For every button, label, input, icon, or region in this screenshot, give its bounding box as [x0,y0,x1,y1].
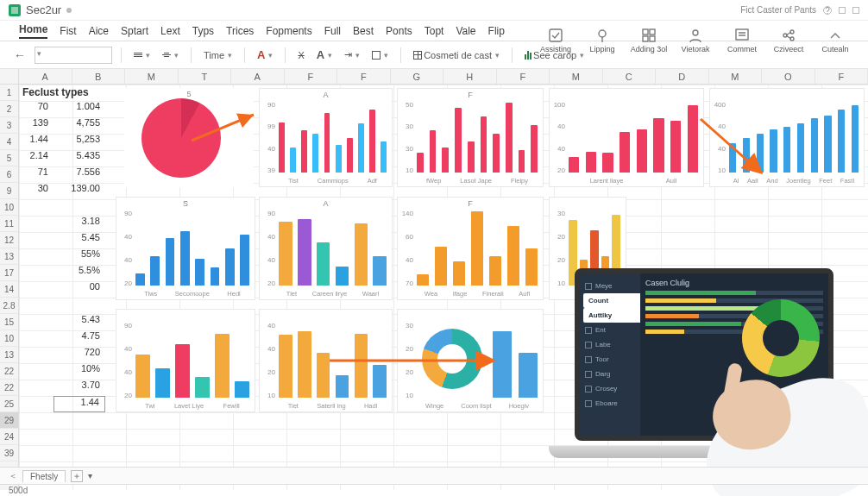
col-M3[interactable]: M [709,69,763,84]
row-2[interactable]: 2 [0,101,18,117]
col-B[interactable]: B [72,69,126,84]
row-5[interactable]: 5 [0,150,18,166]
chart-row3a[interactable]: 90404020 TwiLavet LiyeFewill [116,309,255,412]
align-group[interactable] [130,49,154,61]
cell[interactable]: 5.45 [53,232,105,248]
cell[interactable]: 4.75 [53,330,105,347]
cmd-adding[interactable]: Adding 3ol [630,28,668,53]
row-6[interactable]: 6 [0,166,18,183]
chart-bar-o[interactable]: 400404010 AlAallAndJoentlegFeetFastl [709,88,865,187]
sheet-tab[interactable]: Fhetsly [22,470,66,482]
cell[interactable]: 00 [53,281,105,298]
cmd-vietorak[interactable]: Vietorak [676,28,714,53]
cell[interactable]: 139 [19,117,53,134]
row-13b[interactable]: 13 [0,347,18,363]
dash-menu-item[interactable]: Labe [580,337,640,352]
col-G[interactable]: G [391,69,444,84]
row-39[interactable]: 39 [0,445,18,461]
cell[interactable]: 5.5% [53,265,105,281]
help-icon[interactable]: ? [823,6,832,15]
cmd-lipping[interactable]: Lipping [583,28,621,53]
cosmeti-button[interactable]: Cosmeti de cast [410,48,503,62]
row-9[interactable]: 9 [0,183,18,199]
border[interactable] [368,49,392,61]
row-17[interactable]: 17 [0,265,18,281]
tab-home[interactable]: Home [19,23,47,39]
chart-pie1[interactable]: 5 [124,88,254,187]
dash-menu-item[interactable]: Ent [580,323,640,337]
col-M2[interactable]: M [550,69,603,84]
dash-menu-item[interactable]: Eboare [580,396,640,411]
tab-best[interactable]: Best [353,25,374,37]
col-A2[interactable]: A [231,69,285,84]
row-12[interactable]: 12 [0,232,18,248]
cell[interactable]: 5.43 [53,314,105,330]
row-15[interactable]: 15 [0,314,18,330]
chart-bar-orange[interactable]: F 140604070 WeaIfageFineraliAufl [397,197,544,300]
dash-menu-item[interactable]: Meye [580,279,640,293]
cmd-cutealn[interactable]: Cutealn [816,28,854,53]
col-O[interactable]: O [762,69,815,84]
tab-topt[interactable]: Topt [425,25,444,37]
row-22b[interactable]: 22 [0,380,18,396]
cell[interactable]: 10% [53,363,105,380]
back-button[interactable]: ← [10,47,29,64]
dash-menu-auth[interactable]: Auttlky [583,308,640,323]
cell[interactable]: 2.14 [19,150,53,166]
row-3[interactable]: 3 [0,117,18,134]
cell[interactable]: 55% [53,248,105,265]
cell[interactable]: 1.44 [19,134,53,150]
cell[interactable]: 1.44 [53,396,105,412]
col-M[interactable]: M [125,69,179,84]
sheet-menu-icon[interactable]: ▾ [88,471,92,480]
tab-typs[interactable]: Typs [192,25,214,37]
tab-lext[interactable]: Lext [160,25,180,37]
cell[interactable]: 3.18 [53,216,105,232]
dash-menu-item[interactable]: Darg [580,367,640,381]
row-11[interactable]: 11 [0,216,18,232]
col-F3[interactable]: F [497,69,550,84]
row-10[interactable]: 10 [0,199,18,216]
chart-bar-blue[interactable]: S 90404020 TiwsSecomoopeHedl [116,197,255,300]
row-22[interactable]: 22 [0,363,18,380]
col-F[interactable]: F [285,69,338,84]
tab-sptart[interactable]: Sptart [121,25,148,37]
row-29[interactable]: 29 [0,412,18,429]
cell[interactable]: 70 [19,101,53,117]
close-icon[interactable] [852,7,859,14]
time-dropdown[interactable]: Time [200,48,236,62]
sheet-nav-prev[interactable]: ＜ [9,470,17,482]
dash-menu-item[interactable]: Toor [580,352,640,367]
cell[interactable]: 7.556 [53,166,105,183]
col-A[interactable]: A [19,69,72,84]
cell[interactable]: 3.70 [53,380,105,396]
tab-vale[interactable]: Vale [456,25,475,37]
tab-fopments[interactable]: Fopments [266,25,311,37]
col-F2[interactable]: F [337,69,391,84]
indent[interactable]: ⇥ [341,47,363,62]
valign-group[interactable] [159,49,182,61]
minimize-icon[interactable] [839,7,846,14]
col-H[interactable]: H [443,69,497,84]
chart-bar-rainbow[interactable]: A 90404020 TietCareen liryeWaarl [259,197,393,300]
row-1[interactable]: 1 [0,85,18,101]
cmd-connect[interactable]: Cziveect [770,28,808,53]
tab-fist[interactable]: Fist [60,25,76,37]
font-style[interactable]: A [313,47,336,63]
row-24[interactable]: 24 [0,429,18,445]
cell[interactable]: 5.435 [53,150,105,166]
row-4[interactable]: 4 [0,134,18,150]
add-sheet-button[interactable]: ＋ [71,470,83,482]
row-25[interactable]: 25 [0,396,18,412]
cell[interactable]: 5,253 [53,134,105,150]
tab-ponts[interactable]: Ponts [386,25,412,37]
cmd-comment[interactable]: Commet [723,28,761,53]
strike[interactable]: X [294,48,307,62]
cell[interactable]: 4,755 [53,117,105,134]
dash-menu-count[interactable]: Count [583,293,640,308]
tab-flip[interactable]: Flip [488,25,505,37]
chart-bar-a[interactable]: A 90994039 TistCammiopsAdf [259,88,393,187]
row-10b[interactable]: 10 [0,330,18,347]
row-14[interactable]: 14 [0,281,18,298]
chart-bar-f1[interactable]: F 50303010 fWepLasot JapeFleipy [397,88,544,187]
